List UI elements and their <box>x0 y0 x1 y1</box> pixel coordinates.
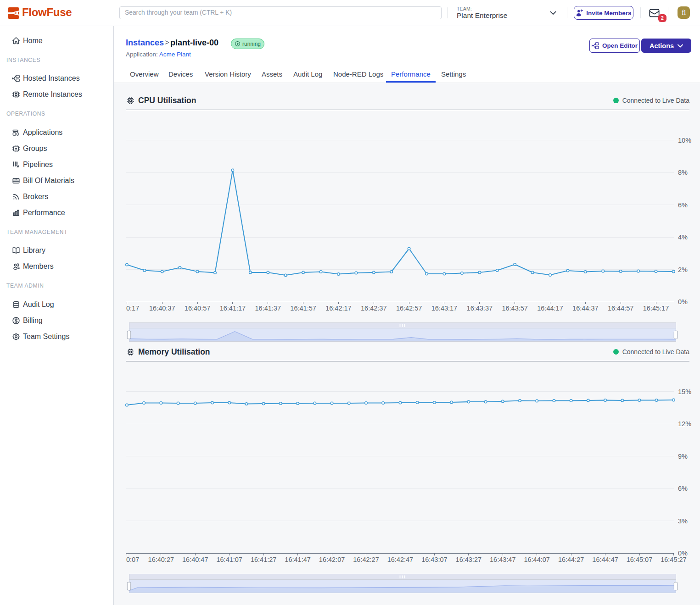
svg-text:6%: 6% <box>678 485 688 492</box>
svg-text:16:43:27: 16:43:27 <box>456 556 482 563</box>
svg-text:16:40:27: 16:40:27 <box>148 556 174 563</box>
svg-text:15%: 15% <box>678 388 691 395</box>
svg-text:16:44:17: 16:44:17 <box>537 305 563 312</box>
svg-text:16:45:27: 16:45:27 <box>661 556 686 563</box>
svg-text:16:45:17: 16:45:17 <box>643 305 669 312</box>
svg-text:16:42:37: 16:42:37 <box>361 305 386 312</box>
svg-text:16:41:57: 16:41:57 <box>290 305 316 312</box>
svg-text:3%: 3% <box>678 517 688 525</box>
svg-text:8%: 8% <box>678 169 688 176</box>
svg-text:6%: 6% <box>678 201 688 209</box>
svg-text:2%: 2% <box>678 266 688 273</box>
svg-text:16:41:37: 16:41:37 <box>255 305 281 312</box>
svg-text:16:41:07: 16:41:07 <box>216 556 242 563</box>
svg-text:12%: 12% <box>678 420 691 427</box>
svg-text:16:44:07: 16:44:07 <box>524 556 549 563</box>
svg-text:16:43:17: 16:43:17 <box>431 305 457 312</box>
svg-text:16:41:17: 16:41:17 <box>220 305 246 312</box>
svg-text:16:45:07: 16:45:07 <box>627 556 652 563</box>
svg-text:0%: 0% <box>678 298 688 305</box>
svg-text:16:44:27: 16:44:27 <box>558 556 584 563</box>
svg-text:16:44:57: 16:44:57 <box>608 305 633 312</box>
svg-text:16:41:47: 16:41:47 <box>285 556 310 563</box>
svg-text:16:43:07: 16:43:07 <box>421 556 447 563</box>
svg-text:16:42:27: 16:42:27 <box>353 556 379 563</box>
svg-text:16:44:37: 16:44:37 <box>572 305 598 312</box>
svg-text:16:43:57: 16:43:57 <box>502 305 527 312</box>
svg-text:16:40:37: 16:40:37 <box>149 305 175 312</box>
svg-text:16:43:47: 16:43:47 <box>490 556 515 563</box>
svg-text:16:41:27: 16:41:27 <box>251 556 276 563</box>
svg-text:0:07: 0:07 <box>126 556 139 563</box>
svg-text:16:42:07: 16:42:07 <box>319 556 345 563</box>
svg-text:16:40:47: 16:40:47 <box>182 556 208 563</box>
svg-text:16:44:47: 16:44:47 <box>592 556 618 563</box>
svg-text:16:40:57: 16:40:57 <box>185 305 210 312</box>
svg-text:16:42:47: 16:42:47 <box>387 556 413 563</box>
svg-text:0:17: 0:17 <box>126 305 139 312</box>
svg-text:16:42:57: 16:42:57 <box>396 305 422 312</box>
svg-text:4%: 4% <box>678 233 688 241</box>
svg-text:16:42:17: 16:42:17 <box>325 305 351 312</box>
svg-text:10%: 10% <box>678 137 691 144</box>
svg-text:9%: 9% <box>678 453 688 460</box>
svg-text:16:43:37: 16:43:37 <box>467 305 493 312</box>
